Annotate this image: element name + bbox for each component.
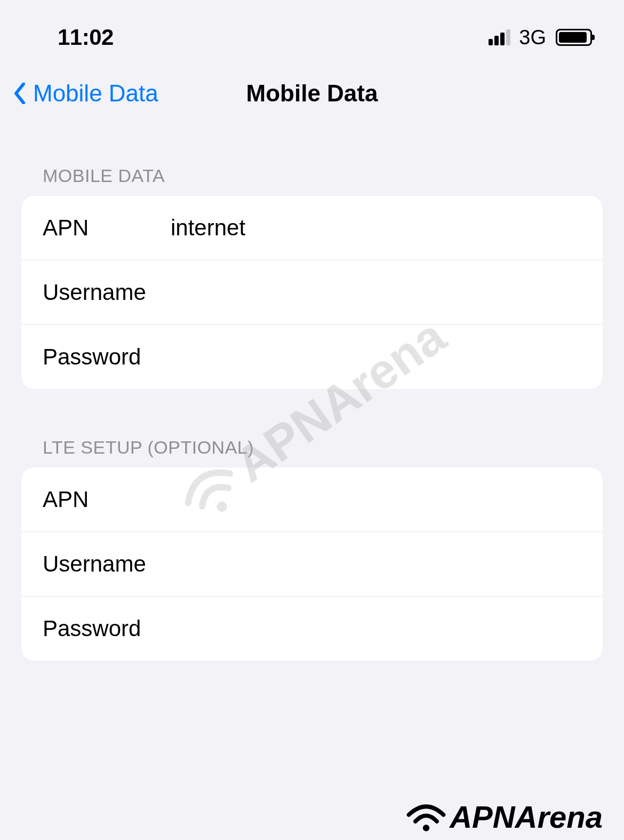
row-apn[interactable]: APN [21,196,603,260]
label-lte-username: Username [43,551,171,577]
page-title: Mobile Data [246,80,378,107]
input-password[interactable] [171,344,581,370]
section-header-lte-setup: LTE SETUP (OPTIONAL) [0,389,624,467]
chevron-left-icon [12,83,28,104]
input-username[interactable] [171,280,581,305]
label-lte-password: Password [43,616,171,641]
row-password[interactable]: Password [21,325,603,389]
input-lte-password[interactable] [171,616,581,641]
status-bar: 11:02 3G [0,0,624,53]
navigation-bar: Mobile Data Mobile Data [0,53,624,117]
label-apn: APN [43,215,171,241]
status-indicators: 3G [489,26,592,49]
row-lte-apn[interactable]: APN [21,467,603,532]
input-lte-username[interactable] [171,551,581,577]
back-button[interactable]: Mobile Data [12,80,158,107]
row-username[interactable]: Username [21,260,603,325]
label-lte-apn: APN [43,487,171,512]
network-type: 3G [519,26,546,49]
status-time: 11:02 [58,25,114,50]
input-lte-apn[interactable] [171,487,581,512]
label-username: Username [43,280,171,305]
settings-group-lte-setup: APN Username Password [21,467,603,661]
section-header-mobile-data: MOBILE DATA [0,117,624,196]
row-lte-username[interactable]: Username [21,532,603,597]
wifi-icon [405,802,447,833]
brand-footer: APNArena [405,799,603,835]
label-password: Password [43,344,171,370]
svg-point-1 [423,825,429,831]
settings-group-mobile-data: APN Username Password [21,196,603,389]
input-apn[interactable] [171,215,581,241]
battery-icon [556,29,592,46]
brand-text: APNArena [450,799,603,835]
signal-icon [489,29,510,45]
row-lte-password[interactable]: Password [21,597,603,661]
back-label: Mobile Data [33,80,158,107]
